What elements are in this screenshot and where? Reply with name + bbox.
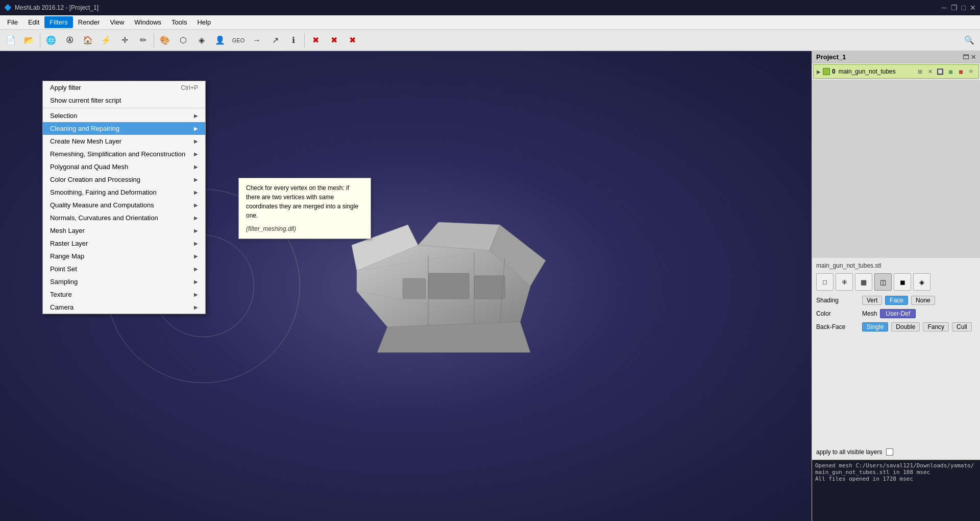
- normals-item[interactable]: Normals, Curvatures and Orientation ▶: [43, 211, 205, 224]
- remeshing-item[interactable]: Remeshing, Simplification and Reconstruc…: [43, 148, 205, 160]
- menu-windows[interactable]: Windows: [129, 16, 166, 28]
- toolbar-arr2[interactable]: ↗: [266, 32, 284, 49]
- shading-none[interactable]: None: [911, 296, 935, 305]
- cleaning-repairing-label: Cleaning and Repairing: [50, 125, 119, 132]
- color-creation-label: Color Creation and Processing: [50, 176, 140, 183]
- quality-measure-label: Quality Measure and Computations: [50, 201, 154, 209]
- layer-icon-6[interactable]: 👁: [966, 67, 975, 76]
- toolbar-brush[interactable]: ✏: [134, 32, 152, 49]
- quality-measure-item[interactable]: Quality Measure and Computations ▶: [43, 199, 205, 211]
- texture-item[interactable]: Texture ▶: [43, 288, 205, 301]
- backface-options: Single Double Fancy Cull: [862, 322, 972, 331]
- log-line-1: Opened mesh C:/Users/saval121/Downloads/…: [815, 462, 977, 469]
- mesh-props: main_gun_not_tubes.stl □ ⁜ ▦ ◫ ◼ ◈ Shadi…: [812, 258, 980, 444]
- layer-icon-3[interactable]: 🔲: [936, 67, 945, 76]
- menu-help[interactable]: Help: [192, 16, 216, 28]
- log-area: Opened mesh C:/Users/saval121/Downloads/…: [812, 460, 980, 521]
- range-map-item[interactable]: Range Map ▶: [43, 250, 205, 263]
- toolbar-redx1[interactable]: ✖: [307, 32, 324, 49]
- render-texture[interactable]: ◈: [913, 273, 930, 291]
- smoothing-label: Smoothing, Fairing and Deformation: [50, 188, 157, 196]
- layer-icon-4[interactable]: ◼: [946, 67, 955, 76]
- shading-vert[interactable]: Vert: [862, 296, 882, 305]
- layer-icon-5[interactable]: ◼: [956, 67, 965, 76]
- sampling-item[interactable]: Sampling ▶: [43, 275, 205, 288]
- toolbar-paint[interactable]: 🎨: [156, 32, 174, 49]
- polygonal-quad-item[interactable]: Polygonal and Quad Mesh ▶: [43, 160, 205, 173]
- shading-options: Vert Face None: [862, 296, 935, 305]
- backface-single[interactable]: Single: [862, 322, 888, 331]
- camera-item[interactable]: Camera ▶: [43, 301, 205, 314]
- render-icons: □ ⁜ ▦ ◫ ◼ ◈: [816, 273, 976, 291]
- range-map-label: Range Map: [50, 252, 84, 260]
- layer-icons: ⊞ ✕ 🔲 ◼ ◼ 👁: [915, 67, 975, 76]
- layer-icon-2[interactable]: ✕: [925, 67, 935, 76]
- render-flat[interactable]: ◫: [874, 273, 892, 291]
- toolbar-sel1[interactable]: ⬡: [175, 32, 192, 49]
- maximize-button[interactable]: □: [962, 4, 966, 12]
- layer-item[interactable]: ▶ 0 main_gun_not_tubes ⊞ ✕ 🔲 ◼ ◼ 👁: [813, 64, 979, 79]
- create-mesh-layer-label: Create New Mesh Layer: [50, 137, 121, 145]
- toolbar-crosshair[interactable]: ✛: [116, 32, 133, 49]
- toolbar-search[interactable]: 🔍: [961, 32, 978, 49]
- right-panel: Project_1 🗖 ✕ ▶ 0 main_gun_not_tubes ⊞ ✕…: [812, 51, 980, 521]
- smoothing-item[interactable]: Smoothing, Fairing and Deformation ▶: [43, 186, 205, 199]
- tooltip-italic: (filter_meshing.dll): [246, 224, 363, 233]
- raster-layer-item[interactable]: Raster Layer ▶: [43, 237, 205, 250]
- toolbar-redx3[interactable]: ✖: [344, 32, 361, 49]
- render-bbox[interactable]: □: [816, 273, 834, 291]
- viewport[interactable]: Apply filter Ctrl+P Show current filter …: [0, 51, 812, 521]
- toolbar-person[interactable]: 👤: [211, 32, 229, 49]
- show-filter-script-item[interactable]: Show current filter script: [43, 94, 205, 107]
- backface-cull[interactable]: Cull: [952, 322, 972, 331]
- panel-float-btn[interactable]: 🗖: [963, 54, 969, 61]
- toolbar-globe[interactable]: 🌐: [42, 32, 60, 49]
- layer-name: main_gun_not_tubes: [839, 68, 896, 75]
- normals-label: Normals, Curvatures and Orientation: [50, 214, 158, 222]
- toolbar-light[interactable]: ⚡: [97, 32, 115, 49]
- restore-button[interactable]: ❐: [951, 4, 958, 12]
- point-set-item[interactable]: Point Set ▶: [43, 263, 205, 275]
- window-title: MeshLab 2016.12 - [Project_1]: [15, 4, 99, 11]
- menu-edit[interactable]: Edit: [23, 16, 44, 28]
- toolbar-sel2[interactable]: ◈: [193, 32, 210, 49]
- render-smooth[interactable]: ◼: [894, 273, 911, 291]
- mesh-layer-item[interactable]: Mesh Layer ▶: [43, 224, 205, 237]
- toolbar-arr1[interactable]: →: [248, 32, 265, 49]
- close-button[interactable]: ✕: [970, 4, 976, 12]
- color-prefix: Mesh: [862, 310, 877, 317]
- toolbar-target[interactable]: Ⓐ: [61, 32, 78, 49]
- toolbar-open[interactable]: 📂: [20, 32, 38, 49]
- menu-render[interactable]: Render: [73, 16, 105, 28]
- menu-file[interactable]: File: [2, 16, 23, 28]
- color-userdef[interactable]: User-Def: [880, 309, 916, 318]
- render-wireframe[interactable]: ▦: [855, 273, 872, 291]
- app-icon: 🔷: [4, 4, 12, 11]
- shading-face[interactable]: Face: [885, 296, 908, 305]
- backface-double[interactable]: Double: [891, 322, 920, 331]
- layer-icon-1[interactable]: ⊞: [915, 67, 924, 76]
- create-mesh-layer-item[interactable]: Create New Mesh Layer ▶: [43, 135, 205, 148]
- menu-filters[interactable]: Filters: [44, 16, 72, 28]
- svg-marker-15: [377, 322, 530, 352]
- selection-item[interactable]: Selection ▶: [43, 109, 205, 122]
- backface-fancy[interactable]: Fancy: [923, 322, 949, 331]
- menu-tools[interactable]: Tools: [166, 16, 192, 28]
- color-creation-item[interactable]: Color Creation and Processing ▶: [43, 173, 205, 186]
- filters-dropdown: Apply filter Ctrl+P Show current filter …: [42, 81, 206, 314]
- toolbar-house[interactable]: 🏠: [79, 32, 96, 49]
- raster-layer-label: Raster Layer: [50, 240, 88, 247]
- apply-filter-item[interactable]: Apply filter Ctrl+P: [43, 81, 205, 94]
- apply-all-checkbox[interactable]: [886, 448, 893, 456]
- menu-view[interactable]: View: [105, 16, 129, 28]
- toolbar-geo[interactable]: GEO: [230, 32, 247, 49]
- minimize-button[interactable]: ─: [942, 4, 947, 12]
- render-points[interactable]: ⁜: [836, 273, 853, 291]
- layer-color-indicator: [823, 68, 830, 75]
- cleaning-repairing-item[interactable]: Cleaning and Repairing ▶: [43, 122, 205, 135]
- toolbar-redx2[interactable]: ✖: [325, 32, 342, 49]
- panel-close-btn[interactable]: ✕: [971, 54, 976, 61]
- toolbar-new[interactable]: 📄: [2, 32, 19, 49]
- mesh-layer-label: Mesh Layer: [50, 227, 85, 234]
- toolbar-info[interactable]: ℹ: [285, 32, 302, 49]
